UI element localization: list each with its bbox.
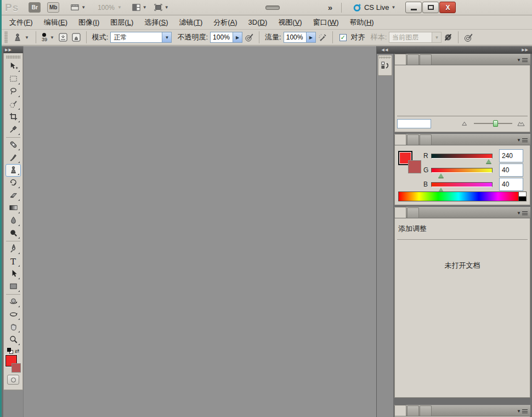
- tool-eraser[interactable]: [5, 189, 21, 202]
- airbrush-button[interactable]: [316, 31, 329, 43]
- zoom-in-icon[interactable]: [517, 120, 525, 128]
- menu-item[interactable]: 帮助(H): [344, 15, 380, 30]
- ignore-adjustment-layers-button[interactable]: [442, 31, 455, 43]
- quick-mask-mode-button[interactable]: [7, 375, 19, 385]
- menu-item[interactable]: 滤镜(T): [174, 15, 208, 30]
- history-panel-button[interactable]: [378, 55, 392, 76]
- menu-item[interactable]: 编辑(E): [38, 15, 73, 30]
- tool-hand[interactable]: [5, 321, 21, 334]
- flow-field[interactable]: [284, 33, 306, 41]
- menu-item[interactable]: 3D(D): [243, 16, 273, 29]
- tool-preset-picker[interactable]: ▼: [9, 31, 32, 43]
- menu-item[interactable]: 图层(L): [105, 15, 139, 30]
- restore-button[interactable]: [422, 2, 439, 13]
- tool-rectangle[interactable]: [5, 280, 21, 293]
- default-colors-button[interactable]: [7, 348, 13, 354]
- menu-item[interactable]: 视图(V): [273, 15, 307, 30]
- tablet-pressure-size-button[interactable]: [462, 31, 475, 43]
- toolbox-collapse-button[interactable]: ▶▶: [3, 46, 23, 53]
- workspace-tab[interactable]: [295, 6, 308, 9]
- panel-menu-button[interactable]: ▼: [517, 211, 530, 218]
- expand-panels-button[interactable]: ◀◀: [377, 46, 393, 54]
- brush-preset-picker[interactable]: 39 ▼: [39, 33, 56, 42]
- workspace-tab[interactable]: [281, 6, 294, 9]
- zoom-level-display[interactable]: 100% ▼: [98, 4, 122, 12]
- tool-brush[interactable]: [5, 151, 21, 164]
- workspace-tab[interactable]: [265, 5, 280, 10]
- tool-quick-selection[interactable]: [5, 98, 21, 111]
- tool-zoom[interactable]: [5, 334, 21, 346]
- tool-path-selection[interactable]: [5, 268, 21, 280]
- tool-dodge[interactable]: [5, 227, 21, 240]
- blend-mode-select[interactable]: 正常 ▼: [110, 32, 172, 43]
- white-swatch[interactable]: [519, 192, 526, 196]
- tool-spot-healing-brush[interactable]: [5, 139, 21, 151]
- panel-menu-button[interactable]: ▼: [517, 138, 530, 145]
- menu-item[interactable]: 选择(S): [139, 15, 173, 30]
- opacity-input[interactable]: ▶: [210, 32, 242, 43]
- tool-gradient[interactable]: [5, 202, 21, 215]
- flow-input[interactable]: ▶: [284, 32, 316, 43]
- cs-live-button[interactable]: CS Live ▼: [353, 3, 395, 12]
- panel-menu-button[interactable]: ▼: [517, 409, 530, 416]
- panel-tab[interactable]: [407, 207, 419, 218]
- color-spectrum-ramp[interactable]: [398, 191, 519, 201]
- toolbox-grip-handle[interactable]: [6, 55, 20, 59]
- toggle-clone-source-panel-button[interactable]: [70, 31, 83, 43]
- panel-tab[interactable]: [407, 405, 419, 416]
- panel-tab[interactable]: [394, 134, 406, 145]
- workspace-tab[interactable]: [309, 6, 322, 9]
- channel-value-input[interactable]: 40: [499, 178, 523, 191]
- panel-tab[interactable]: [394, 207, 406, 218]
- collapse-panels-button[interactable]: ▶▶: [393, 46, 532, 54]
- channel-slider-track[interactable]: [431, 168, 493, 173]
- panel-tab[interactable]: [407, 54, 419, 65]
- panel-tab[interactable]: [420, 405, 432, 416]
- close-button[interactable]: X: [439, 2, 456, 13]
- tool-3d-camera-rotate[interactable]: [5, 308, 21, 321]
- tool-3d-object-rotate[interactable]: [5, 296, 21, 308]
- panel-tab[interactable]: [420, 54, 432, 65]
- tool-type[interactable]: T: [5, 255, 21, 268]
- launch-mini-bridge-button[interactable]: Mb: [47, 2, 59, 13]
- workspace-overflow-button[interactable]: »: [325, 3, 336, 12]
- panel-menu-button[interactable]: ▼: [517, 58, 530, 65]
- minimize-button[interactable]: [405, 2, 422, 13]
- background-color-swatch[interactable]: [12, 363, 21, 373]
- swap-colors-button[interactable]: ⇄: [15, 348, 19, 354]
- tool-blur[interactable]: [5, 215, 21, 227]
- tool-eyedropper[interactable]: [5, 123, 21, 136]
- tool-crop[interactable]: [5, 111, 21, 123]
- navigator-zoom-input[interactable]: [397, 119, 431, 128]
- panel-tab[interactable]: [394, 405, 406, 416]
- toggle-brush-panel-button[interactable]: [56, 31, 70, 43]
- tool-clone-stamp[interactable]: [5, 164, 21, 177]
- opacity-slider-button[interactable]: ▶: [233, 32, 242, 42]
- panel-tab[interactable]: [394, 54, 406, 65]
- channel-value-input[interactable]: 240: [499, 149, 523, 162]
- flow-slider-button[interactable]: ▶: [306, 32, 315, 42]
- tool-history-brush[interactable]: [5, 177, 21, 189]
- navigator-zoom-slider[interactable]: [474, 120, 512, 127]
- panel-tab[interactable]: [420, 134, 432, 145]
- menu-item[interactable]: 分析(A): [208, 15, 242, 30]
- arrange-documents-button[interactable]: ▼: [129, 2, 149, 13]
- channel-slider-track[interactable]: [431, 154, 493, 159]
- background-color-swatch[interactable]: [408, 160, 421, 173]
- zoom-out-icon[interactable]: [461, 120, 469, 128]
- aligned-checkbox[interactable]: ✓: [339, 34, 347, 41]
- menu-item[interactable]: 文件(F): [4, 15, 38, 30]
- slider-thumb[interactable]: [493, 120, 498, 127]
- panel-tab[interactable]: [407, 134, 419, 145]
- screen-mode-button[interactable]: ▼: [151, 2, 171, 13]
- menu-item[interactable]: 窗口(W): [308, 15, 344, 30]
- options-grip-handle[interactable]: [4, 31, 8, 43]
- tool-pen[interactable]: [5, 243, 21, 255]
- tablet-pressure-opacity-button[interactable]: [242, 31, 256, 43]
- channel-value-input[interactable]: 40: [499, 164, 523, 177]
- black-swatch[interactable]: [519, 196, 526, 201]
- channel-slider-track[interactable]: [431, 182, 493, 187]
- opacity-field[interactable]: [211, 33, 233, 41]
- tool-lasso[interactable]: [5, 86, 21, 98]
- menu-item[interactable]: 图像(I): [73, 15, 105, 30]
